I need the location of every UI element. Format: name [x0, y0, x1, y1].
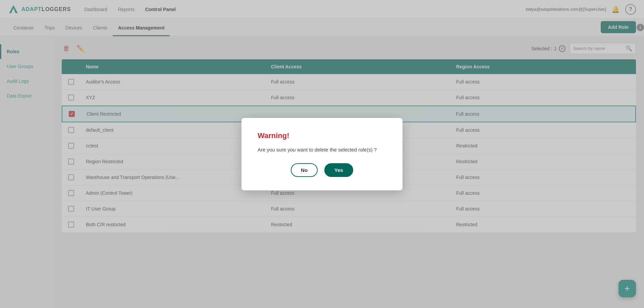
- dialog-yes-button[interactable]: Yes: [324, 163, 353, 177]
- dialog-message: Are you sure you want to delete the sele…: [258, 147, 386, 152]
- dialog-overlay: Warning! Are you sure you want to delete…: [0, 0, 644, 308]
- dialog-buttons: No Yes: [258, 163, 386, 177]
- dialog-title: Warning!: [258, 131, 386, 140]
- dialog-no-button[interactable]: No: [291, 163, 318, 177]
- warning-dialog: Warning! Are you sure you want to delete…: [241, 118, 402, 190]
